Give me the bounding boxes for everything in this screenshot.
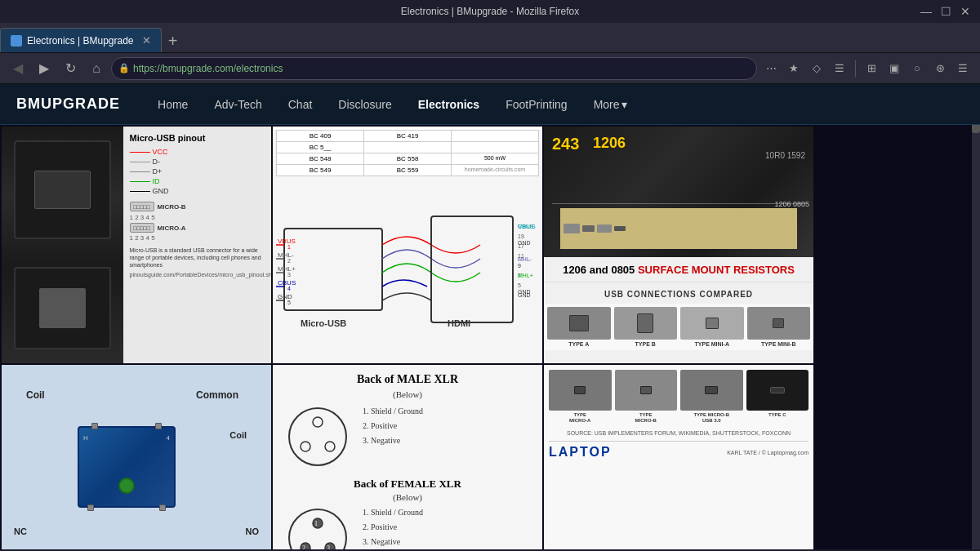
xlr-content: Back of MALE XLR (Below) 1. Shield / Gro… xyxy=(273,365,542,549)
svg-text:5: 5 xyxy=(518,282,521,288)
svg-text:VBUS: VBUS xyxy=(278,238,296,245)
synced-tabs-button[interactable]: ⊞ xyxy=(861,58,882,79)
svg-point-36 xyxy=(289,509,346,549)
image-grid: Micro-USB pinout VCC D- D+ ID xyxy=(0,125,980,549)
svg-text:MHL+: MHL+ xyxy=(278,265,296,273)
reload-button[interactable]: ↻ xyxy=(59,57,82,80)
usb-bottom-row: TYPEMICRO-A TYPEMICRO-B TYPE MICRO-BUSB … xyxy=(549,370,808,424)
svg-text:1: 1 xyxy=(314,520,318,527)
nav-bar: ◀ ▶ ↻ ⌂ 🔒 https://bmupgrade.com/electron… xyxy=(0,52,980,83)
url-bar[interactable]: 🔒 https://bmupgrade.com/electronics xyxy=(111,57,757,80)
surface-mount-resistors-cell[interactable]: 243 1206 10R0 1592 1206 0805 1206 and 08… xyxy=(544,127,813,363)
bookmark-list-button[interactable]: ⋯ xyxy=(760,58,782,79)
window-title: Electronics | BMupgrade - Mozilla Firefo… xyxy=(401,6,580,17)
svg-text:3: 3 xyxy=(327,544,330,549)
site-nav-links: Home Adv-Tech Chat Disclosure Electronic… xyxy=(145,91,964,118)
tabs-bar: Electronics | BMupgrade ✕ + xyxy=(0,23,980,52)
home-button[interactable]: ⌂ xyxy=(85,57,108,80)
nav-more[interactable]: More ▾ xyxy=(581,91,640,118)
usb-connections-cell[interactable]: TYPEMICRO-A TYPEMICRO-B TYPE MICRO-BUSB … xyxy=(544,365,813,549)
usb-cable-photos xyxy=(2,127,123,363)
usb-connections-content: TYPEMICRO-A TYPEMICRO-B TYPE MICRO-BUSB … xyxy=(544,365,813,549)
nav-right-buttons: ⋯ ★ ◇ ☰ ⊞ ▣ ○ ⊛ ☰ xyxy=(760,58,973,79)
svg-text:2: 2 xyxy=(287,258,291,264)
nc-label: NC xyxy=(14,527,27,536)
smd-title: 1206 and 0805 SURFACE MOUNT RESISTORS xyxy=(544,257,813,282)
nav-adv-tech[interactable]: Adv-Tech xyxy=(201,91,274,118)
pocket-button[interactable]: ◇ xyxy=(806,58,827,79)
nav-disclosure[interactable]: Disclosure xyxy=(325,91,404,118)
svg-text:MHL+: MHL+ xyxy=(518,273,533,278)
svg-text:5: 5 xyxy=(287,300,291,305)
xlr-male-subtitle: (Below) xyxy=(281,389,534,399)
active-tab[interactable]: Electronics | BMupgrade ✕ xyxy=(0,28,162,52)
coil-label-left: Coil xyxy=(26,389,45,401)
smd-photo: 243 1206 10R0 1592 1206 0805 xyxy=(544,127,813,257)
usb-connections-header: USB CONNECTIONS COMPARED xyxy=(544,282,813,304)
forward-button[interactable]: ▶ xyxy=(33,57,56,80)
new-tab-button[interactable]: + xyxy=(162,29,185,52)
relay-diagram-cell[interactable]: H 4 Coil Common Coil NC NO xyxy=(2,365,271,549)
svg-text:1: 1 xyxy=(287,244,291,250)
more-chevron-icon: ▾ xyxy=(621,98,627,111)
url-text: https://bmupgrade.com/electronics xyxy=(133,63,283,74)
svg-text:MHL-: MHL- xyxy=(518,256,532,262)
back-button[interactable]: ◀ xyxy=(7,57,29,80)
svg-point-34 xyxy=(301,442,310,451)
profile-button[interactable]: ○ xyxy=(906,58,928,79)
svg-text:Micro-USB: Micro-USB xyxy=(301,318,346,328)
micro-usb-pinout-cell[interactable]: Micro-USB pinout VCC D- D+ ID xyxy=(2,127,271,363)
micro-usb-hdmi-diagram: BC 409 BC 419 BC 5__ BC 548 BC 558 500 m… xyxy=(273,130,542,363)
svg-text:9: 9 xyxy=(518,263,521,269)
tab-label: Electronics | BMupgrade xyxy=(27,35,134,47)
svg-text:4: 4 xyxy=(287,286,291,291)
svg-point-35 xyxy=(325,442,335,451)
nav-electronics[interactable]: Electronics xyxy=(405,91,492,118)
nav-footprinting[interactable]: FootPrinting xyxy=(492,91,580,118)
svg-text:2: 2 xyxy=(302,544,305,549)
nav-chat[interactable]: Chat xyxy=(275,91,326,118)
svg-text:CBUS: CBUS xyxy=(518,224,534,229)
xlr-male-svg xyxy=(281,404,354,469)
window-controls[interactable]: — ☐ ✕ xyxy=(918,3,973,20)
page-scrollbar[interactable] xyxy=(972,84,980,549)
usb-source-text: SOURCE: USB IMPLEMENTERS FORUM, WIKIMEDI… xyxy=(549,430,808,436)
svg-rect-0 xyxy=(284,229,382,310)
minimize-button[interactable]: — xyxy=(918,3,934,20)
extensions-button[interactable]: ⊛ xyxy=(929,58,951,79)
svg-rect-16 xyxy=(431,216,513,322)
title-bar: Electronics | BMupgrade - Mozilla Firefo… xyxy=(0,0,980,23)
svg-text:19: 19 xyxy=(518,233,524,239)
common-label: Common xyxy=(196,389,238,401)
surface-mount-content: 243 1206 10R0 1592 1206 0805 1206 and 08… xyxy=(544,127,813,363)
tab-favicon xyxy=(11,35,22,47)
nav-home[interactable]: Home xyxy=(145,91,201,118)
container-button[interactable]: ▣ xyxy=(884,58,905,79)
firefox-menu-button[interactable]: ☰ xyxy=(952,58,973,79)
usb-photo-top xyxy=(14,140,111,240)
svg-text:3: 3 xyxy=(287,272,291,278)
website-content: BMUPGRADE Home Adv-Tech Chat Disclosure … xyxy=(0,84,980,549)
tab-close-button[interactable]: ✕ xyxy=(142,34,151,47)
xlr-female-subtitle: (Below) xyxy=(281,492,534,502)
bookmark-star-button[interactable]: ★ xyxy=(783,58,804,79)
usb-types-grid: TYPE A TYPE B TYPE MINI-A xyxy=(544,304,813,350)
micro-usb-hdmi-cell[interactable]: BC 409 BC 419 BC 5__ BC 548 BC 558 500 m… xyxy=(273,127,542,363)
site-nav: BMUPGRADE Home Adv-Tech Chat Disclosure … xyxy=(0,84,980,125)
xlr-female-svg: 1 2 3 xyxy=(281,505,354,549)
security-lock-icon: 🔒 xyxy=(118,63,130,73)
svg-text:HDMI: HDMI xyxy=(448,318,470,328)
xlr-connectors-cell[interactable]: Back of MALE XLR (Below) 1. Shield / Gro… xyxy=(273,365,542,549)
maximize-button[interactable]: ☐ xyxy=(938,3,954,20)
no-label: NO xyxy=(246,527,260,536)
svg-text:GND: GND xyxy=(518,240,531,246)
xlr-male-title: Back of MALE XLR xyxy=(281,373,534,386)
site-logo[interactable]: BMUPGRADE xyxy=(16,96,120,113)
svg-text:GND: GND xyxy=(518,289,531,295)
usb-photo-bottom xyxy=(14,267,111,350)
xlr-female-title: Back of FEMALE XLR xyxy=(281,478,534,491)
close-button[interactable]: ✕ xyxy=(957,3,973,20)
coil-label-right: Coil xyxy=(229,430,247,440)
usb-footer: LAPTOP KARL TATE / © Laptopmag.com xyxy=(549,441,808,460)
reader-view-button[interactable]: ☰ xyxy=(829,58,850,79)
